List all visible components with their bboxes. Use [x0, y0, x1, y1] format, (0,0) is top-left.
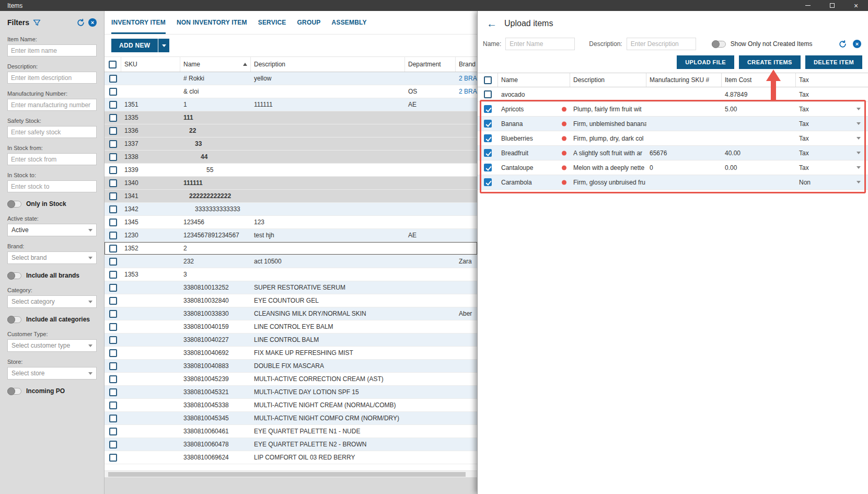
tab-group[interactable]: GROUP — [297, 11, 321, 34]
row-checkbox[interactable] — [109, 219, 117, 226]
filter-item-name-input[interactable] — [7, 44, 97, 56]
cell-tax[interactable]: Tax — [796, 91, 868, 98]
row-checkbox[interactable] — [109, 336, 117, 344]
tab-non-inventory-item[interactable]: NON INVENTORY ITEM — [177, 11, 247, 34]
table-row[interactable]: 133844 — [105, 151, 477, 164]
table-row[interactable]: 133622 — [105, 124, 477, 137]
upload-table-row[interactable]: ApricotsPlump, fairly firm fruit wit5.00… — [478, 102, 868, 117]
row-checkbox[interactable] — [109, 297, 117, 305]
include-all-categories-toggle[interactable] — [7, 316, 21, 323]
column-header-name[interactable]: Name — [498, 73, 570, 87]
row-checkbox[interactable] — [109, 140, 117, 148]
table-row[interactable]: 3380810040883DOUBLE FIX MASCARA — [105, 360, 477, 373]
row-checkbox[interactable] — [484, 164, 492, 171]
row-checkbox[interactable] — [484, 105, 492, 113]
cell-brand[interactable]: 2 BRA — [456, 75, 477, 82]
table-row[interactable]: 3380810060478EYE QUARTET PALETTE N2 - BR… — [105, 438, 477, 451]
filter-in-stock-to-input[interactable] — [7, 180, 97, 192]
column-header-description[interactable]: Description — [251, 57, 405, 72]
select-all-checkbox[interactable] — [109, 61, 117, 68]
row-checkbox[interactable] — [484, 90, 492, 98]
row-checkbox[interactable] — [109, 428, 117, 435]
row-checkbox[interactable] — [109, 75, 117, 83]
table-row[interactable]: 3380810069624LIP COMFORT OIL 03 RED BERR… — [105, 451, 477, 464]
add-new-label[interactable]: ADD NEW — [111, 39, 158, 52]
column-header-tax[interactable]: Tax — [796, 73, 868, 87]
upload-table-row[interactable]: BlueberriesFirm, plump, dry, dark colTax — [478, 131, 868, 146]
row-checkbox[interactable] — [109, 284, 117, 292]
upload-table-row[interactable]: CantaloupeMelon with a deeply nette00.00… — [478, 160, 868, 175]
row-checkbox[interactable] — [109, 166, 117, 174]
row-checkbox[interactable] — [109, 232, 117, 239]
table-row[interactable]: 3380810060461EYE QUARTET PALETTE N1 - NU… — [105, 425, 477, 438]
filter-store-select[interactable]: Select store — [7, 367, 97, 380]
close-panel-icon[interactable]: × — [853, 40, 861, 48]
table-row[interactable]: 3380810032840EYE COUNTOUR GEL — [105, 294, 477, 307]
tab-assembly[interactable]: ASSEMBLY — [332, 11, 367, 34]
table-row[interactable]: 3380810040227LINE CONTROL BALM — [105, 334, 477, 347]
filter-description-input[interactable] — [7, 72, 97, 84]
row-checkbox[interactable] — [109, 127, 117, 135]
upload-table-row[interactable]: avocado4.87849Tax — [478, 87, 868, 102]
show-only-not-created-toggle[interactable] — [712, 41, 726, 48]
row-checkbox[interactable] — [109, 245, 117, 252]
cell-tax[interactable]: Non — [796, 179, 868, 186]
table-row[interactable]: 1335111 — [105, 111, 477, 124]
column-header-department[interactable]: Department — [405, 57, 456, 72]
minimize-button[interactable] — [796, 0, 820, 11]
row-checkbox[interactable] — [109, 388, 117, 396]
table-row[interactable]: 1345123456123 — [105, 216, 477, 229]
row-checkbox[interactable] — [109, 323, 117, 331]
column-header-description[interactable]: Description — [570, 73, 646, 87]
column-header-item-cost[interactable]: Item Cost — [722, 73, 796, 87]
horizontal-scrollbar[interactable] — [105, 470, 477, 477]
row-checkbox[interactable] — [109, 192, 117, 200]
row-checkbox[interactable] — [109, 179, 117, 187]
upload-name-input[interactable] — [505, 38, 575, 50]
tab-service[interactable]: SERVICE — [258, 11, 286, 34]
close-filters-icon[interactable]: × — [88, 18, 97, 27]
row-checkbox[interactable] — [109, 375, 117, 383]
filter-safety-stock-input[interactable] — [7, 126, 97, 138]
refresh-icon[interactable] — [839, 40, 847, 48]
filter-in-stock-from-input[interactable] — [7, 153, 97, 165]
table-row[interactable]: 3380810045345MULTI-ACTIVE NIGHT COMFO CR… — [105, 412, 477, 425]
column-header-sku[interactable]: SKU — [121, 57, 180, 72]
select-all-checkbox[interactable] — [484, 76, 492, 84]
filter-customer-type-select[interactable]: Select customer type — [7, 339, 97, 352]
table-row[interactable]: 3380810033830CLEANSING MILK DRY/NORMAL S… — [105, 307, 477, 320]
include-all-brands-toggle[interactable] — [7, 272, 21, 279]
row-checkbox[interactable] — [109, 454, 117, 462]
table-row[interactable]: # Rokkiyellow2 BRA — [105, 72, 477, 85]
cell-brand[interactable]: 2 BRA — [456, 88, 477, 95]
add-new-button[interactable]: ADD NEW — [111, 39, 169, 52]
table-row[interactable]: 3380810045338MULTI-ACTIVE NIGHT CREAM (N… — [105, 399, 477, 412]
row-checkbox[interactable] — [484, 134, 492, 142]
table-row[interactable]: 133733 — [105, 137, 477, 151]
filter-active-state-select[interactable]: Active — [7, 224, 97, 236]
row-checkbox[interactable] — [109, 271, 117, 279]
table-row[interactable]: 3380810045321MULTI-ACTIVE DAY LOTION SPF… — [105, 386, 477, 399]
table-row[interactable]: 3380810040159LINE CONTROL EYE BALM — [105, 320, 477, 334]
row-checkbox[interactable] — [109, 101, 117, 109]
row-checkbox[interactable] — [484, 149, 492, 157]
create-items-button[interactable]: CREATE ITEMS — [739, 55, 801, 69]
filter-manufacturing-number-input[interactable] — [7, 99, 97, 111]
table-row[interactable]: 3380810045239MULTI-ACTIVE CORRECTION CRE… — [105, 373, 477, 386]
row-checkbox[interactable] — [109, 88, 117, 96]
row-checkbox[interactable] — [109, 401, 117, 409]
incoming-po-toggle[interactable] — [7, 388, 21, 395]
row-checkbox[interactable] — [484, 178, 492, 186]
table-row[interactable]: 1340111111 — [105, 177, 477, 190]
cell-tax[interactable]: Tax — [796, 106, 868, 113]
cell-tax[interactable]: Tax — [796, 150, 868, 157]
maximize-button[interactable] — [820, 0, 844, 11]
filter-brand-select[interactable]: Select brand — [7, 251, 97, 264]
table-row[interactable]: 13533 — [105, 268, 477, 281]
row-checkbox[interactable] — [109, 310, 117, 318]
refresh-icon[interactable] — [77, 19, 85, 27]
row-checkbox[interactable] — [109, 441, 117, 449]
row-checkbox[interactable] — [109, 114, 117, 122]
table-row[interactable]: 133955 — [105, 164, 477, 177]
scrollbar-thumb[interactable] — [108, 472, 466, 477]
